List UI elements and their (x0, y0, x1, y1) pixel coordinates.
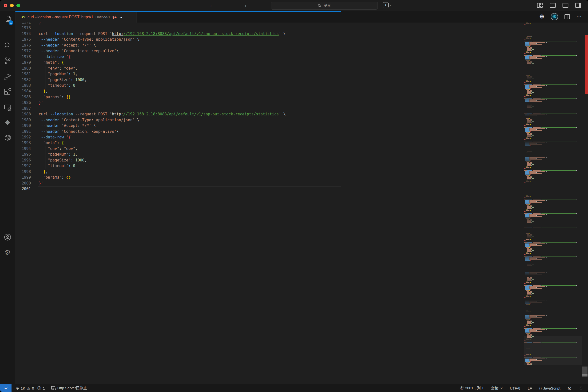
toggle-panel-icon[interactable] (562, 3, 568, 8)
code-text: "timeout": 0 (39, 163, 75, 169)
more-actions-icon[interactable]: ⋯ (576, 14, 582, 20)
chatgpt-icon[interactable]: ❋ (540, 14, 544, 20)
code-editor[interactable]: 1972}19731974curl --location --request P… (15, 22, 588, 384)
code-line[interactable]: 1993 "meta": { (15, 140, 588, 146)
code-line[interactable]: 1999 "params": {} (15, 175, 588, 180)
copilot-disabled-icon[interactable]: ⊘ (568, 386, 572, 391)
code-line[interactable]: 1978 --data-raw '{ (15, 54, 588, 60)
http-server-status[interactable]: Http Server已停止 (51, 386, 87, 390)
code-line[interactable]: 2000}' (15, 180, 588, 186)
search-command-center[interactable]: 搜索 (271, 2, 378, 10)
code-line[interactable]: 1987 (15, 106, 588, 112)
encoding[interactable]: UTF-8 (510, 386, 520, 390)
line-number: 1975 (15, 37, 31, 42)
code-line[interactable]: 1975 --header 'Content-Type: application… (15, 37, 588, 42)
line-number: 1991 (15, 129, 31, 134)
cursor-position[interactable]: 行 2001，列 1 (460, 386, 484, 390)
eol-type[interactable]: LF (528, 386, 532, 390)
code-text: --data-raw '{ (39, 54, 71, 60)
line-number: 1998 (15, 169, 31, 175)
code-line[interactable]: 1997 "timeout": 0 (15, 163, 588, 169)
code-line[interactable]: 1986}' (15, 100, 588, 106)
line-number: 1985 (15, 94, 31, 100)
settings-button[interactable]: ⚙ (0, 246, 15, 259)
code-line[interactable]: 1996 "pageSize": 1000, (15, 158, 588, 163)
line-number: 1987 (15, 106, 31, 112)
notifications-bell-icon[interactable] (579, 386, 583, 390)
sidebar-item-explorer[interactable]: 1 (0, 13, 15, 26)
indentation[interactable]: 空格: 2 (491, 386, 502, 390)
line-number: 1974 (15, 31, 31, 37)
code-line[interactable]: 1998 }, (15, 169, 588, 175)
tab-description: Untitled-1 (96, 15, 110, 19)
code-text: --header 'Accept: */*' \ (39, 123, 96, 128)
code-text: --header 'Content-Type: application/json… (39, 37, 140, 42)
search-icon (318, 4, 322, 8)
unsaved-dot-icon[interactable]: ● (120, 16, 122, 19)
line-number: 1977 (15, 48, 31, 54)
line-number: 1992 (15, 134, 31, 140)
code-line[interactable]: 1974curl --location --request POST 'http… (15, 31, 588, 37)
explorer-badge: 1 (8, 20, 13, 25)
code-line[interactable]: 1985 "params": {} (15, 94, 588, 100)
remote-indicator[interactable]: >< (0, 384, 12, 392)
sidebar-item-search[interactable] (0, 39, 15, 52)
sidebar-item-remote-explorer[interactable] (0, 101, 15, 114)
code-line[interactable]: 1994 "env": "dev", (15, 146, 588, 152)
close-button[interactable] (4, 4, 7, 7)
toggle-secondary-sidebar-icon[interactable] (575, 3, 581, 8)
vertical-scrollbar[interactable] (582, 366, 588, 377)
code-line[interactable]: 1972} (15, 22, 588, 25)
sparkle-icon: ✦ (383, 2, 388, 8)
status-bar: >< ⊗ 1K ⚠ 0 ⓘ 1 Http Server已停止 (0, 384, 588, 392)
code-line[interactable]: 1980 "env": "dev", (15, 66, 588, 71)
line-number: 1995 (15, 152, 31, 157)
customize-layout-icon[interactable] (537, 3, 543, 8)
code-line[interactable]: 1988curl --location --request POST 'http… (15, 112, 588, 117)
sidebar-item-run-debug[interactable] (0, 70, 15, 82)
minimap-slider[interactable] (524, 336, 582, 365)
tab-untitled-1[interactable]: JS curl --location --request POST 'http:… (15, 12, 137, 22)
code-line[interactable]: 1976 --header 'Accept: */*' \ (15, 43, 588, 48)
language-mode[interactable]: {} JavaScript (539, 386, 560, 390)
code-line[interactable]: 1977 --header 'Connection: keep-alive'\ (15, 48, 588, 54)
code-line[interactable]: 1991 --header 'Connection: keep-alive'\ (15, 129, 588, 134)
code-line[interactable]: 2001 (15, 186, 588, 192)
problems-status[interactable]: ⊗ 1K ⚠ 0 ⓘ 1 (16, 386, 45, 390)
react-chat-icon[interactable] (551, 13, 558, 20)
tab-title: curl --location --request POST 'http://1 (28, 15, 93, 19)
code-line[interactable]: 1981 "pageNum": 1, (15, 71, 588, 77)
sidebar-item-extensions[interactable] (0, 85, 15, 98)
sidebar-item-package[interactable] (0, 131, 15, 144)
forward-button[interactable]: → (241, 2, 248, 8)
code-line[interactable]: 1989 --header 'Content-Type: application… (15, 117, 588, 123)
back-button[interactable]: ← (208, 2, 216, 8)
code-text: "pageSize": 1000, (39, 77, 87, 83)
code-line[interactable]: 1995 "pageNum": 1, (15, 152, 588, 157)
toggle-primary-sidebar-icon[interactable] (550, 3, 556, 8)
code-line[interactable]: 1973 (15, 25, 588, 31)
code-line[interactable]: 1979 "meta": { (15, 60, 588, 66)
code-text: }, (39, 169, 48, 175)
minimize-button[interactable] (10, 4, 14, 7)
code-text: curl --location --request POST 'http://1… (39, 31, 286, 37)
account-button[interactable] (0, 231, 15, 244)
sidebar-item-chatgpt[interactable]: ❋ (0, 116, 15, 129)
split-editor-icon[interactable] (564, 14, 570, 19)
sidebar-item-source-control[interactable] (0, 54, 15, 67)
code-text: }, (39, 88, 48, 94)
code-line[interactable]: 1992 --data-raw '{ (15, 134, 588, 140)
zoom-button[interactable] (16, 4, 20, 7)
code-text: --header 'Connection: keep-alive'\ (39, 129, 119, 134)
code-line[interactable]: 1983 "timeout": 0 (15, 83, 588, 88)
code-line[interactable]: 1990 --header 'Accept: */*' \ (15, 123, 588, 128)
code-text: "pageSize": 1000, (39, 158, 87, 163)
code-line[interactable]: 1984 }, (15, 88, 588, 94)
error-count: 1K (21, 386, 25, 390)
minimap[interactable] (524, 22, 582, 365)
code-text: "meta": { (39, 60, 64, 66)
source-control-icon (4, 57, 11, 65)
code-line[interactable]: 1982 "pageSize": 1000, (15, 77, 588, 83)
copilot-menu-button[interactable]: ✦ ∨ (383, 2, 392, 8)
tab-bar: JS curl --location --request POST 'http:… (15, 11, 588, 22)
